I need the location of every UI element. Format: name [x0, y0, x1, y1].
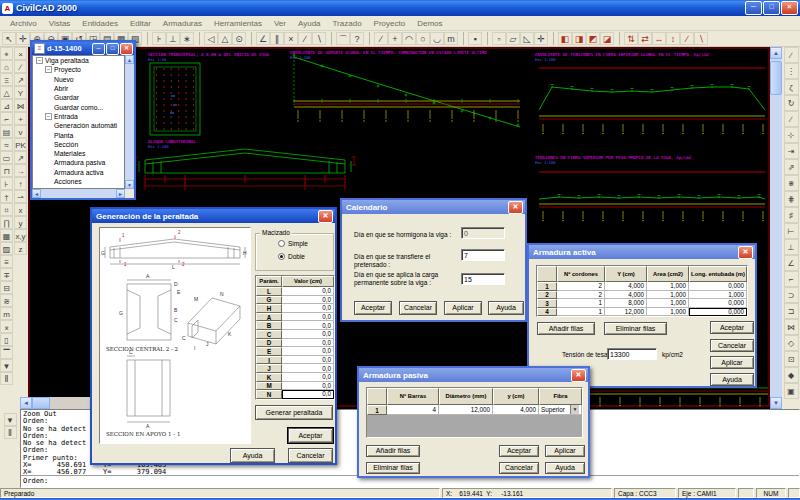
arc-3p-icon[interactable]: ◠	[402, 32, 416, 45]
spline-icon[interactable]: ◡	[430, 32, 444, 45]
tree-window-titlebar[interactable]: ≡ d-15-1400 ─ □ ✕	[32, 42, 134, 55]
table-cell[interactable]: 0,0	[282, 373, 334, 382]
extend-icon[interactable]: ∕	[298, 32, 312, 45]
generacion-ayuda-button[interactable]: Ayuda	[230, 448, 275, 463]
tree-expander-icon[interactable]: −	[45, 113, 52, 120]
generacion-cancelar-button[interactable]: Cancelar	[288, 448, 333, 463]
arrow-right-icon[interactable]: →	[14, 164, 27, 177]
table-cell[interactable]: 1,000	[647, 291, 689, 300]
scroll-up-icon[interactable]: ▲	[770, 47, 782, 59]
tree-minimize-button[interactable]: ─	[92, 43, 105, 55]
view-extent-icon[interactable]: ✛	[534, 32, 548, 45]
point-icon[interactable]: +	[388, 32, 402, 45]
activa-aplicar-button[interactable]: Aplicar	[710, 356, 754, 369]
tree-item-generaci-n-autom-ti[interactable]: Generación automáti	[33, 121, 124, 130]
cad-tool-13-icon[interactable]: ⌗	[0, 203, 13, 216]
hash-icon[interactable]: ⋕	[784, 191, 799, 207]
coord-y-icon[interactable]: y	[14, 216, 27, 229]
axis-icon[interactable]: ⇀	[14, 190, 27, 203]
tree-expander-icon[interactable]: −	[36, 57, 43, 64]
pasiva-cancelar-button[interactable]: Cancelar	[499, 462, 539, 474]
scroll-down-icon[interactable]: ▼	[770, 397, 782, 409]
tree-expander-icon[interactable]: −	[45, 66, 52, 73]
boxed-square-icon[interactable]: ▣	[784, 383, 799, 399]
text-icon[interactable]: m	[444, 32, 458, 45]
table-cell[interactable]: 1	[557, 299, 605, 308]
table-cell[interactable]: 4,000	[493, 405, 539, 415]
cad-tool-24-icon[interactable]: ▔	[0, 346, 13, 359]
cad-tool-7-icon[interactable]: ▤	[0, 125, 13, 138]
coord-x-icon[interactable]: x	[14, 203, 27, 216]
table-cell[interactable]: 0,000	[689, 282, 747, 291]
query-icon[interactable]: ?	[350, 32, 364, 45]
table-cell[interactable]: 8,000	[605, 299, 647, 308]
cad-tool-4-icon[interactable]: △	[0, 86, 13, 99]
table-cell[interactable]: 0,0	[282, 330, 334, 339]
sharp-icon[interactable]: ♯	[784, 207, 799, 223]
scroll-thumb[interactable]	[32, 397, 50, 409]
superset-icon[interactable]: ⊃	[784, 287, 799, 303]
cad-tool-26-icon[interactable]: Ⅱ	[0, 372, 13, 385]
circle-icon[interactable]: ○	[416, 32, 430, 45]
table-cell[interactable]: 0,0	[282, 382, 334, 391]
menu-herramientas[interactable]: Herramientas	[208, 19, 268, 28]
cad-tool-6-icon[interactable]: ⌐	[0, 112, 13, 125]
dim-star-icon[interactable]: ∗	[180, 32, 194, 45]
macizado-doble-radio[interactable]: Doble	[278, 253, 305, 260]
generar-peraltada-button[interactable]: Generar peraltada	[255, 405, 333, 420]
scroll-thumb[interactable]	[770, 61, 782, 95]
corner-icon[interactable]: ⌐	[784, 271, 799, 287]
table-cell[interactable]: 0,0	[282, 296, 334, 305]
draw-dots-icon[interactable]: ⋮	[784, 63, 799, 79]
tree-item-viga-peraltada[interactable]: −Viga peraltada	[33, 56, 124, 65]
coord-z-icon[interactable]: z	[14, 242, 27, 255]
calendario-aplicar-button[interactable]: Aplicar	[444, 301, 482, 315]
dia-hormigonado-input[interactable]	[461, 227, 505, 239]
menu-proyecto[interactable]: Proyecto	[368, 19, 412, 28]
activa-eliminar-filas-button[interactable]: Eliminar filas	[604, 322, 667, 335]
calendario-titlebar[interactable]: Calendario ✕	[342, 200, 525, 214]
table-cell[interactable]: 0,0	[282, 339, 334, 348]
tree-horizontal-scrollbar[interactable]: ◄ ►	[32, 189, 125, 198]
square-open-icon[interactable]: ⊐	[784, 303, 799, 319]
minimize-button[interactable]: ─	[745, 1, 762, 15]
solid-view-3-icon[interactable]: ◩	[586, 32, 600, 45]
solid-view-1-icon[interactable]: ◧	[558, 32, 572, 45]
cad-tool-25-icon[interactable]: ▼	[0, 359, 13, 372]
table-cell[interactable]: 4	[387, 405, 439, 415]
dim-horizontal-icon[interactable]: ⊦	[152, 32, 166, 45]
menu-vistas[interactable]: Vistas	[43, 19, 77, 28]
line2-icon[interactable]: ∕	[14, 60, 27, 73]
cross-icon[interactable]: ⊹	[784, 127, 799, 143]
calendario-close-icon[interactable]: ✕	[508, 201, 523, 214]
table-cell[interactable]: 0,0	[282, 390, 334, 399]
tab-icon[interactable]: ⇥	[784, 143, 799, 159]
tree-item-abrir[interactable]: Abrir	[33, 84, 124, 93]
tree-item-armadura-pasiva[interactable]: Armadura pasiva	[33, 158, 124, 167]
triangle-left-icon[interactable]: ◁	[204, 32, 218, 45]
scroll-down-icon[interactable]: ▼	[125, 180, 134, 189]
pasiva-anadir-filas-button[interactable]: Añadir filas	[366, 445, 420, 457]
armadura-activa-close-icon[interactable]: ✕	[738, 246, 753, 259]
arc-icon[interactable]: ⌒	[336, 32, 350, 45]
menu-entidades[interactable]: Entidades	[76, 19, 124, 28]
calendario-ayuda-button[interactable]: Ayuda	[488, 301, 524, 315]
table-cell[interactable]: 0,000	[689, 299, 747, 308]
table-cell[interactable]: 0,0	[282, 364, 334, 373]
tree-vertical-scrollbar[interactable]: ▲ ▼	[125, 55, 134, 189]
draw-line-icon[interactable]: ∕	[784, 47, 799, 63]
menu-demos[interactable]: Demos	[411, 19, 448, 28]
activa-aceptar-button[interactable]: Aceptar	[710, 321, 754, 334]
branch-icon[interactable]: Y	[14, 86, 27, 99]
add-point-icon[interactable]: +	[14, 112, 27, 125]
cad-tool-3-icon[interactable]: Ξ	[0, 73, 13, 86]
tree-close-button[interactable]: ✕	[120, 43, 133, 55]
tree-item-planta[interactable]: Planta	[33, 130, 124, 139]
tree-item-secci-n[interactable]: Sección	[33, 140, 124, 149]
arrow-up-icon[interactable]: ↑	[14, 177, 27, 190]
shear-1-icon[interactable]: ∕	[680, 32, 694, 45]
activa-cancelar-button[interactable]: Cancelar	[710, 339, 754, 352]
tack-left-icon[interactable]: ⊢	[784, 223, 799, 239]
menu-trazado[interactable]: Trazado	[327, 19, 368, 28]
table-cell[interactable]: 1,000	[647, 308, 689, 317]
